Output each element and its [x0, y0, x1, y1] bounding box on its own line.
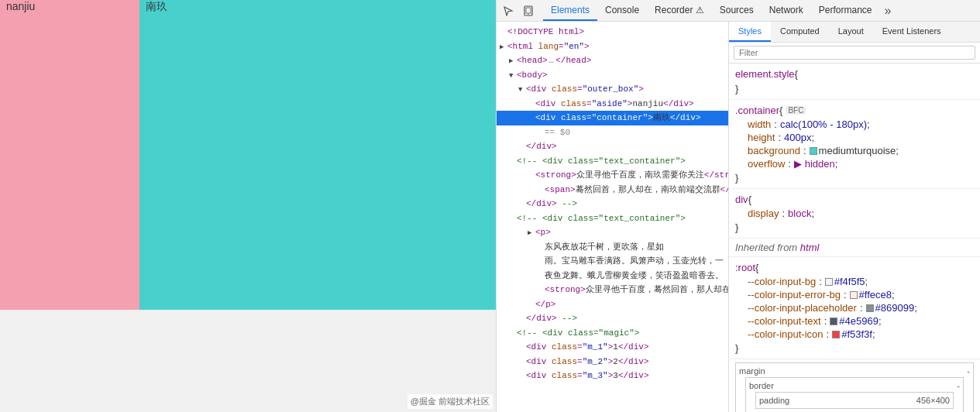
styles-filter-bar	[729, 43, 980, 64]
svg-point-2	[528, 13, 528, 14]
css-var-val-error-bg: #ffece8	[859, 289, 892, 300]
devtools-topbar: Elements Console Recorder ⚠ Sources Netw…	[497, 0, 980, 22]
css-prop-value-height: 400px	[784, 132, 811, 143]
html-m1: <div class="m_1">1</div>	[497, 340, 728, 355]
inherited-element: html	[800, 242, 820, 253]
input-icon-swatch[interactable]	[832, 331, 840, 338]
html-p-close: </p>	[497, 297, 728, 312]
css-prop-value-bg: mediumturquoise	[819, 145, 896, 156]
css-container-selector: .container	[735, 105, 779, 116]
html-comment-close-2: </div> -->	[497, 311, 728, 326]
css-prop-overflow: overflow: ▶ hidden;	[729, 157, 980, 170]
html-comment-close-1: </div> -->	[497, 197, 728, 211]
css-selector-line: element.style {	[729, 67, 980, 81]
css-div-selector-line: div {	[729, 192, 980, 207]
box-border-inner: border - padding 456×400	[745, 377, 964, 412]
html-doctype: <!DOCTYPE html>	[497, 25, 728, 39]
box-padding-row: padding 456×400	[759, 396, 950, 405]
input-text-swatch[interactable]	[830, 318, 837, 325]
webpage-preview: nanjiu 南玖 @掘金 前端技术社区	[0, 0, 496, 412]
styles-subtabs: Styles Computed Layout Event Listeners	[729, 22, 980, 43]
html-container[interactable]: <div class="container">南玖</div>	[497, 111, 728, 125]
css-var-val-input-text: #4e5969	[839, 315, 879, 327]
css-prop-background: background: mediumturquoise;	[729, 144, 980, 157]
css-section-div: div { display: block; }	[729, 189, 980, 239]
devtools-icon-group	[500, 2, 537, 19]
css-root-selector-line: :root {	[729, 260, 980, 275]
html-aside[interactable]: <div class="aside">nanjiu</div>	[497, 97, 728, 112]
tab-sources[interactable]: Sources	[712, 0, 762, 21]
box-margin-row: margin -	[739, 366, 970, 376]
tab-console[interactable]: Console	[597, 0, 647, 21]
device-icon[interactable]	[520, 2, 537, 19]
html-head[interactable]: <head>…</head>	[497, 53, 728, 68]
tab-performance[interactable]: Performance	[811, 0, 880, 21]
preview-aside: nanjiu	[0, 0, 139, 310]
input-bg-swatch[interactable]	[825, 278, 833, 286]
html-comment-1: <!-- <div class="text_container">	[497, 154, 728, 169]
devtools-main: <!DOCTYPE html> <html lang="en"> <head>……	[497, 22, 980, 412]
html-outer-box[interactable]: <div class="outer_box">	[497, 82, 728, 97]
css-div-closing: }	[729, 220, 980, 235]
css-selector: element.style	[735, 68, 795, 80]
css-section-root: :root { --color-input-bg: #f4f5f5; --col…	[729, 257, 980, 359]
html-p[interactable]: <p>	[497, 225, 728, 240]
tab-recorder[interactable]: Recorder ⚠	[647, 0, 712, 21]
elements-html-tree: <!DOCTYPE html> <html lang="en"> <head>……	[497, 22, 729, 412]
subtab-computed[interactable]: Computed	[771, 22, 829, 42]
svg-rect-1	[526, 8, 531, 13]
html-body[interactable]: <body>	[497, 68, 728, 83]
placeholder-swatch[interactable]	[866, 304, 874, 312]
css-section-container: .container { BFC width: calc(100% - 180p…	[729, 100, 980, 189]
subtab-event-listeners[interactable]: Event Listeners	[873, 22, 951, 42]
border-value: -	[957, 381, 960, 390]
inherited-from-label: Inherited from html	[729, 239, 980, 257]
css-prop-name-width: width	[748, 118, 771, 130]
html-comment-magic: <!-- <div class="magic">	[497, 326, 728, 341]
css-prop-name-height: height	[748, 132, 775, 143]
css-var-input-error-bg: --color-input-error-bg: #ffece8;	[729, 288, 980, 301]
bg-color-swatch[interactable]	[810, 147, 817, 155]
border-label: border	[749, 381, 774, 390]
container-label: 南玖	[139, 0, 174, 19]
padding-label: padding	[759, 396, 789, 405]
css-var-input-icon: --color-input-icon: #f53f3f;	[729, 328, 980, 341]
tab-network[interactable]: Network	[762, 0, 811, 21]
margin-label: margin	[739, 366, 765, 376]
css-prop-name-overflow: overflow	[748, 158, 785, 170]
html-div-close: </div>	[497, 139, 728, 154]
css-var-name-input-icon: --color-input-icon	[748, 328, 824, 340]
cursor-icon[interactable]	[500, 2, 517, 19]
tab-elements[interactable]: Elements	[543, 0, 597, 21]
css-section-element-style: element.style { }	[729, 64, 980, 100]
subtab-styles[interactable]: Styles	[729, 22, 771, 42]
preview-container: 南玖	[139, 0, 496, 310]
css-prop-display: display: block;	[729, 207, 980, 220]
css-var-val-input-bg: #f4f5f5	[834, 276, 865, 287]
css-var-name-error-bg: --color-input-error-bg	[748, 289, 841, 300]
box-padding-inner: padding 456×400	[755, 392, 954, 409]
html-m3: <div class="m_3">3</div>	[497, 369, 728, 383]
css-var-input-text: --color-input-text: #4e5969;	[729, 314, 980, 328]
css-var-input-placeholder: --color-input-placeholder: #869099;	[729, 301, 980, 314]
watermark: @掘金 前端技术社区	[407, 394, 493, 409]
css-prop-name-display: display	[748, 208, 779, 219]
more-tabs-button[interactable]: »	[880, 4, 896, 18]
error-bg-swatch[interactable]	[850, 291, 858, 299]
html-m2: <div class="m_2">2</div>	[497, 355, 728, 369]
devtools-right-panel: Styles Computed Layout Event Listeners e…	[729, 22, 980, 412]
css-bfc-badge: BFC	[786, 106, 806, 115]
devtools-tabs: Elements Console Recorder ⚠ Sources Netw…	[543, 0, 977, 21]
css-var-val-placeholder: #869099	[875, 302, 915, 314]
html-root[interactable]: <html lang="en">	[497, 39, 728, 54]
html-text-2: 雨。宝马雕车香满路。凤箫声动，玉壶光转，一	[497, 254, 728, 269]
css-prop-value-overflow: ▶ hidden	[794, 158, 835, 170]
styles-filter-input[interactable]	[734, 46, 975, 60]
css-var-name-input-text: --color-input-text	[748, 315, 821, 327]
watermark-text: @掘金 前端技术社区	[411, 397, 490, 406]
box-model: margin - border - padding 456×	[735, 362, 974, 412]
subtab-layout[interactable]: Layout	[829, 22, 873, 42]
css-prop-height: height: 400px;	[729, 131, 980, 144]
aside-label: nanjiu	[0, 0, 41, 19]
html-span-1: <span>蓦然回首，那人却在，南玖前端交流群</span>	[497, 183, 728, 197]
